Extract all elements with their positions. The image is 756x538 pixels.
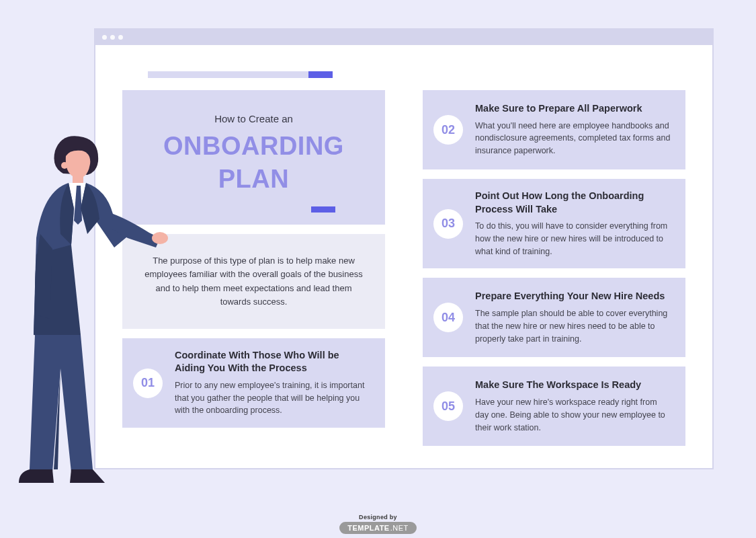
hero-kicker: How to Create an	[136, 113, 372, 124]
content-area: How to Create an ONBOARDING PLAN The pur…	[122, 90, 685, 448]
progress-track	[148, 71, 333, 78]
step-card-04: 04 Prepare Everything Your New Hire Need…	[423, 278, 685, 357]
svg-point-0	[61, 162, 68, 169]
step-body: Prepare Everything Your New Hire Needs T…	[475, 290, 672, 345]
step-body: Make Sure to Prepare All Paperwork What …	[475, 102, 672, 157]
intro-card: The purpose of this type of plan is to h…	[122, 234, 385, 329]
window-dot-icon	[118, 35, 123, 40]
step-desc: What you'll need here are employee handb…	[475, 120, 672, 157]
hero-card: How to Create an ONBOARDING PLAN	[122, 90, 385, 225]
step-desc: Have your new hire's workspace ready rig…	[475, 396, 672, 434]
step-card-03: 03 Point Out How Long the Onboarding Pro…	[423, 179, 685, 268]
step-title: Make Sure The Workspace Is Ready	[475, 379, 672, 392]
step-number: 05	[433, 391, 463, 421]
step-desc: To do this, you will have to consider ev…	[475, 220, 672, 258]
step-body: Coordinate With Those Who Will be Aiding…	[175, 349, 372, 417]
step-title: Make Sure to Prepare All Paperwork	[475, 102, 672, 116]
brand-pill: TEMPLATE.NET	[339, 522, 417, 534]
right-column: 02 Make Sure to Prepare All Paperwork Wh…	[423, 90, 685, 448]
brand-name-bold: TEMPLATE	[347, 524, 389, 532]
window-dot-icon	[102, 35, 107, 40]
step-card-02: 02 Make Sure to Prepare All Paperwork Wh…	[423, 90, 685, 169]
browser-window: How to Create an ONBOARDING PLAN The pur…	[94, 28, 714, 469]
step-number: 02	[433, 115, 463, 145]
step-desc: Prior to any new employee's training, it…	[175, 379, 372, 417]
hero-title: ONBOARDING PLAN	[136, 130, 372, 195]
hero-accent-bar	[311, 206, 335, 213]
step-body: Point Out How Long the Onboarding Proces…	[475, 190, 672, 258]
step-number: 03	[433, 209, 463, 239]
step-title: Point Out How Long the Onboarding Proces…	[475, 190, 672, 216]
brand-name-light: .NET	[390, 524, 409, 532]
left-column: How to Create an ONBOARDING PLAN The pur…	[122, 90, 385, 448]
step-number: 01	[133, 369, 163, 398]
step-title: Prepare Everything Your New Hire Needs	[475, 290, 672, 303]
step-desc: The sample plan should be able to cover …	[475, 307, 672, 345]
progress-fill	[308, 71, 333, 78]
step-card-01: 01 Coordinate With Those Who Will be Aid…	[122, 338, 385, 428]
footer: Designed by TEMPLATE.NET	[0, 514, 756, 534]
step-body: Make Sure The Workspace Is Ready Have yo…	[475, 379, 672, 434]
window-dot-icon	[110, 35, 115, 40]
designed-by-label: Designed by	[0, 514, 756, 521]
svg-rect-1	[73, 175, 83, 184]
step-number: 04	[433, 303, 463, 332]
progress-bar	[148, 71, 333, 78]
window-titlebar	[95, 30, 712, 45]
step-card-05: 05 Make Sure The Workspace Is Ready Have…	[423, 367, 685, 446]
step-title: Coordinate With Those Who Will be Aiding…	[175, 349, 372, 375]
